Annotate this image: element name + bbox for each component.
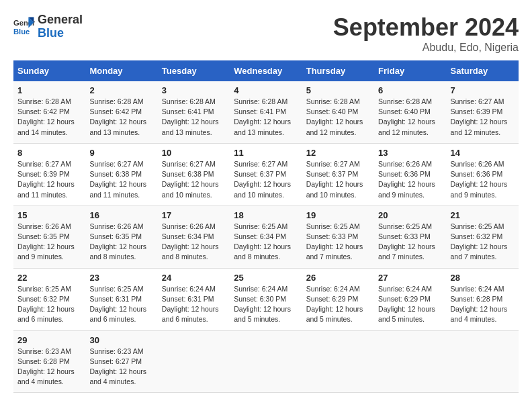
title-area: September 2024 Abudu, Edo, Nigeria (333, 13, 519, 54)
day-cell-1: 1 Sunrise: 6:28 AM Sunset: 6:42 PM Dayli… (13, 81, 85, 143)
day-number: 3 (162, 85, 226, 95)
day-info: Sunrise: 6:24 AM Sunset: 6:29 PM Dayligh… (378, 284, 442, 325)
day-cell-8: 8 Sunrise: 6:27 AM Sunset: 6:39 PM Dayli… (13, 143, 85, 205)
day-number: 20 (378, 210, 442, 220)
day-number: 26 (306, 273, 370, 283)
month-title: September 2024 (333, 13, 519, 42)
day-info: Sunrise: 6:23 AM Sunset: 6:28 PM Dayligh… (17, 347, 81, 387)
day-info: Sunrise: 6:25 AM Sunset: 6:31 PM Dayligh… (89, 284, 153, 325)
day-number: 27 (378, 273, 442, 283)
day-info: Sunrise: 6:28 AM Sunset: 6:41 PM Dayligh… (234, 97, 298, 138)
day-info: Sunrise: 6:26 AM Sunset: 6:35 PM Dayligh… (17, 222, 81, 263)
day-info: Sunrise: 6:25 AM Sunset: 6:33 PM Dayligh… (378, 222, 442, 263)
day-info: Sunrise: 6:28 AM Sunset: 6:42 PM Dayligh… (89, 97, 153, 138)
header-sunday: Sunday (13, 60, 85, 81)
days-header-row: SundayMondayTuesdayWednesdayThursdayFrid… (13, 60, 519, 81)
week-row-4: 22 Sunrise: 6:25 AM Sunset: 6:32 PM Dayl… (13, 268, 519, 330)
day-cell-15: 15 Sunrise: 6:26 AM Sunset: 6:35 PM Dayl… (13, 205, 85, 268)
day-cell-29: 29 Sunrise: 6:23 AM Sunset: 6:28 PM Dayl… (13, 330, 85, 393)
day-number: 14 (451, 148, 515, 158)
week-row-2: 8 Sunrise: 6:27 AM Sunset: 6:39 PM Dayli… (13, 143, 519, 205)
day-cell-10: 10 Sunrise: 6:27 AM Sunset: 6:38 PM Dayl… (158, 143, 230, 205)
day-info: Sunrise: 6:27 AM Sunset: 6:37 PM Dayligh… (234, 159, 298, 200)
day-cell-12: 12 Sunrise: 6:27 AM Sunset: 6:37 PM Dayl… (302, 143, 374, 205)
day-number: 1 (17, 85, 81, 95)
calendar-table: SundayMondayTuesdayWednesdayThursdayFrid… (13, 60, 519, 393)
empty-cell (230, 330, 302, 393)
day-info: Sunrise: 6:27 AM Sunset: 6:38 PM Dayligh… (89, 159, 153, 200)
day-number: 11 (234, 148, 298, 158)
day-cell-2: 2 Sunrise: 6:28 AM Sunset: 6:42 PM Dayli… (85, 81, 157, 143)
day-number: 12 (306, 148, 370, 158)
day-info: Sunrise: 6:25 AM Sunset: 6:33 PM Dayligh… (306, 222, 370, 263)
day-info: Sunrise: 6:24 AM Sunset: 6:29 PM Dayligh… (306, 284, 370, 325)
page-header: General Blue General Blue September 2024… (13, 13, 519, 54)
header-tuesday: Tuesday (158, 60, 230, 81)
day-number: 18 (234, 210, 298, 220)
day-info: Sunrise: 6:25 AM Sunset: 6:34 PM Dayligh… (234, 222, 298, 263)
header-saturday: Saturday (447, 60, 519, 81)
day-number: 10 (162, 148, 226, 158)
day-info: Sunrise: 6:26 AM Sunset: 6:36 PM Dayligh… (451, 159, 515, 200)
day-cell-5: 5 Sunrise: 6:28 AM Sunset: 6:40 PM Dayli… (302, 81, 374, 143)
day-cell-22: 22 Sunrise: 6:25 AM Sunset: 6:32 PM Dayl… (13, 268, 85, 330)
day-info: Sunrise: 6:28 AM Sunset: 6:40 PM Dayligh… (378, 97, 442, 138)
day-info: Sunrise: 6:24 AM Sunset: 6:30 PM Dayligh… (234, 284, 298, 325)
day-cell-25: 25 Sunrise: 6:24 AM Sunset: 6:30 PM Dayl… (230, 268, 302, 330)
day-number: 30 (89, 335, 153, 345)
day-info: Sunrise: 6:26 AM Sunset: 6:36 PM Dayligh… (378, 159, 442, 200)
header-monday: Monday (85, 60, 157, 81)
day-number: 22 (17, 273, 81, 283)
day-cell-30: 30 Sunrise: 6:23 AM Sunset: 6:27 PM Dayl… (85, 330, 157, 393)
day-info: Sunrise: 6:24 AM Sunset: 6:31 PM Dayligh… (162, 284, 226, 325)
day-cell-23: 23 Sunrise: 6:25 AM Sunset: 6:31 PM Dayl… (85, 268, 157, 330)
day-cell-20: 20 Sunrise: 6:25 AM Sunset: 6:33 PM Dayl… (374, 205, 446, 268)
svg-text:Blue: Blue (13, 28, 30, 36)
day-number: 21 (451, 210, 515, 220)
day-cell-21: 21 Sunrise: 6:25 AM Sunset: 6:32 PM Dayl… (447, 205, 519, 268)
day-cell-3: 3 Sunrise: 6:28 AM Sunset: 6:41 PM Dayli… (158, 81, 230, 143)
day-cell-4: 4 Sunrise: 6:28 AM Sunset: 6:41 PM Dayli… (230, 81, 302, 143)
day-number: 4 (234, 85, 298, 95)
week-row-3: 15 Sunrise: 6:26 AM Sunset: 6:35 PM Dayl… (13, 205, 519, 268)
day-info: Sunrise: 6:23 AM Sunset: 6:27 PM Dayligh… (89, 347, 153, 387)
day-cell-17: 17 Sunrise: 6:26 AM Sunset: 6:34 PM Dayl… (158, 205, 230, 268)
day-number: 7 (451, 85, 515, 95)
day-info: Sunrise: 6:26 AM Sunset: 6:34 PM Dayligh… (162, 222, 226, 263)
day-number: 28 (451, 273, 515, 283)
day-info: Sunrise: 6:27 AM Sunset: 6:37 PM Dayligh… (306, 159, 370, 200)
location: Abudu, Edo, Nigeria (333, 42, 519, 54)
day-info: Sunrise: 6:25 AM Sunset: 6:32 PM Dayligh… (451, 222, 515, 263)
empty-cell (374, 330, 446, 393)
day-info: Sunrise: 6:27 AM Sunset: 6:39 PM Dayligh… (451, 97, 515, 138)
day-number: 9 (89, 148, 153, 158)
day-number: 29 (17, 335, 81, 345)
day-cell-19: 19 Sunrise: 6:25 AM Sunset: 6:33 PM Dayl… (302, 205, 374, 268)
day-info: Sunrise: 6:24 AM Sunset: 6:28 PM Dayligh… (451, 284, 515, 325)
week-row-5: 29 Sunrise: 6:23 AM Sunset: 6:28 PM Dayl… (13, 330, 519, 393)
day-cell-28: 28 Sunrise: 6:24 AM Sunset: 6:28 PM Dayl… (447, 268, 519, 330)
empty-cell (302, 330, 374, 393)
day-cell-6: 6 Sunrise: 6:28 AM Sunset: 6:40 PM Dayli… (374, 81, 446, 143)
day-cell-14: 14 Sunrise: 6:26 AM Sunset: 6:36 PM Dayl… (447, 143, 519, 205)
day-info: Sunrise: 6:26 AM Sunset: 6:35 PM Dayligh… (89, 222, 153, 263)
day-number: 2 (89, 85, 153, 95)
logo-icon: General Blue (13, 16, 35, 38)
header-wednesday: Wednesday (230, 60, 302, 81)
empty-cell (447, 330, 519, 393)
day-number: 15 (17, 210, 81, 220)
day-cell-7: 7 Sunrise: 6:27 AM Sunset: 6:39 PM Dayli… (447, 81, 519, 143)
day-number: 16 (89, 210, 153, 220)
logo: General Blue General Blue (13, 13, 83, 40)
day-number: 5 (306, 85, 370, 95)
day-number: 17 (162, 210, 226, 220)
logo-text: General Blue (38, 13, 83, 40)
day-cell-9: 9 Sunrise: 6:27 AM Sunset: 6:38 PM Dayli… (85, 143, 157, 205)
empty-cell (158, 330, 230, 393)
day-number: 19 (306, 210, 370, 220)
day-info: Sunrise: 6:28 AM Sunset: 6:42 PM Dayligh… (17, 97, 81, 138)
day-info: Sunrise: 6:27 AM Sunset: 6:38 PM Dayligh… (162, 159, 226, 200)
day-info: Sunrise: 6:28 AM Sunset: 6:40 PM Dayligh… (306, 97, 370, 138)
day-cell-13: 13 Sunrise: 6:26 AM Sunset: 6:36 PM Dayl… (374, 143, 446, 205)
header-thursday: Thursday (302, 60, 374, 81)
